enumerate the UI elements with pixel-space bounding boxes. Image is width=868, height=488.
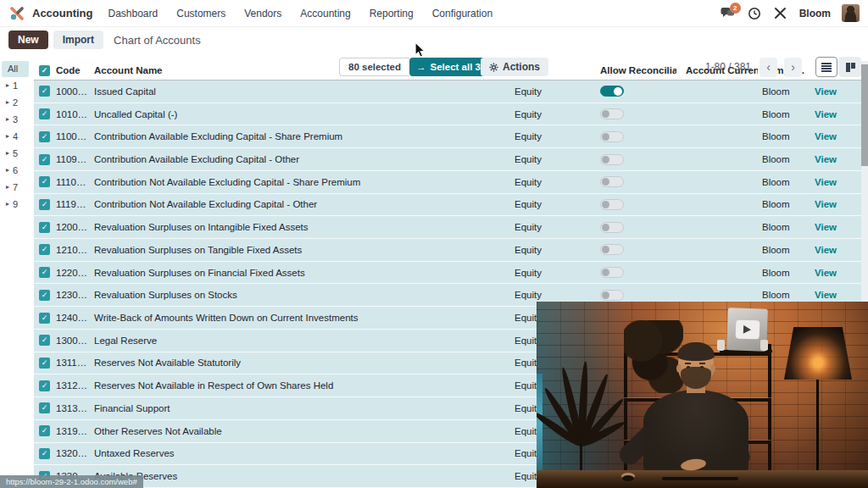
user-avatar[interactable] <box>842 4 860 22</box>
menu-item[interactable]: Vendors <box>244 8 281 19</box>
menu-item[interactable]: Accounting <box>300 8 350 19</box>
view-button[interactable]: View <box>809 154 846 164</box>
sidebar-group-item[interactable]: ▸ 7 <box>0 179 34 196</box>
reconcile-toggle[interactable] <box>600 222 624 233</box>
reconcile-toggle[interactable] <box>600 131 624 142</box>
reconcile-toggle[interactable] <box>600 176 624 187</box>
company-switcher[interactable]: Bloom <box>799 8 831 19</box>
reconcile-toggle[interactable] <box>600 199 624 210</box>
reconcile-toggle[interactable] <box>600 290 624 301</box>
menu-item[interactable]: Reporting <box>370 8 414 19</box>
view-button[interactable]: View <box>809 177 846 187</box>
kanban-view-button[interactable] <box>839 57 861 77</box>
row-checkbox[interactable]: ✓ <box>39 86 50 97</box>
table-row[interactable]: ✓ 1200… Revaluation Surpluses on Intangi… <box>34 216 861 239</box>
pager-next-button[interactable]: › <box>784 58 802 77</box>
check-icon: ✓ <box>42 246 48 253</box>
sidebar-group-item[interactable]: ▸ 9 <box>0 196 34 213</box>
row-checkbox[interactable]: ✓ <box>39 222 50 233</box>
sidebar-group-item[interactable]: ▸ 1 <box>0 77 34 94</box>
table-row[interactable]: ✓ 1119… Contribution Not Available Exclu… <box>34 194 861 217</box>
sidebar-group-label: 3 <box>13 111 18 128</box>
table-row[interactable]: ✓ 1210… Revaluation Surpluses on Tangibl… <box>34 239 861 262</box>
list-view-button[interactable] <box>815 57 837 77</box>
import-button[interactable]: Import <box>53 30 103 49</box>
view-button[interactable]: View <box>809 109 846 119</box>
select-all-checkbox[interactable]: ✓ <box>39 65 50 76</box>
table-row[interactable]: ✓ 1100… Contribution Available Excluding… <box>34 125 861 148</box>
table-row[interactable]: ✓ 1109… Contribution Available Excluding… <box>34 148 861 171</box>
row-account-name: Revaluation Surpluses on Financial Fixed… <box>89 268 508 278</box>
presenter-eyebrow <box>685 363 691 364</box>
presenter-head <box>678 344 714 387</box>
menu-item[interactable]: Customers <box>176 8 225 19</box>
reconcile-toggle[interactable] <box>600 108 624 119</box>
messages-icon[interactable]: 2 <box>721 6 736 21</box>
row-account-name: Contribution Available Excluding Capital… <box>89 154 508 164</box>
row-checkbox[interactable]: ✓ <box>39 425 50 436</box>
column-header-code[interactable]: Code <box>56 65 89 75</box>
controlbar-right: 1-80 / 381 ‹ › <box>705 57 861 77</box>
pager-previous-button[interactable]: ‹ <box>760 58 777 77</box>
row-checkbox[interactable]: ✓ <box>39 313 50 324</box>
row-company: Bloom <box>758 109 809 119</box>
app-name[interactable]: Accounting <box>32 7 93 19</box>
check-icon: ✓ <box>42 133 48 141</box>
check-icon: ✓ <box>42 291 48 299</box>
row-checkbox[interactable]: ✓ <box>39 358 50 369</box>
tools-icon[interactable] <box>773 6 788 21</box>
view-button[interactable]: View <box>809 245 846 255</box>
accounting-app-logo-icon[interactable] <box>8 5 25 22</box>
sidebar-group-item[interactable]: ▸ 5 <box>0 145 34 162</box>
view-button[interactable]: View <box>809 199 846 209</box>
menu-item[interactable]: Configuration <box>432 8 492 19</box>
row-type: Equity <box>508 245 593 255</box>
mouse-cursor <box>415 42 426 58</box>
view-button[interactable]: View <box>809 86 846 97</box>
actions-button[interactable]: Actions <box>481 58 548 76</box>
row-code: 1319… <box>56 426 89 436</box>
video-overlay[interactable] <box>537 302 868 488</box>
row-type: Equity <box>508 199 593 209</box>
new-button[interactable]: New <box>8 30 48 49</box>
check-icon: ✓ <box>42 359 48 367</box>
reconcile-toggle[interactable] <box>600 267 624 278</box>
row-checkbox[interactable]: ✓ <box>39 402 50 413</box>
row-checkbox[interactable]: ✓ <box>39 131 50 142</box>
row-checkbox[interactable]: ✓ <box>39 448 50 459</box>
view-button[interactable]: View <box>809 222 846 232</box>
scrollbar-thumb[interactable] <box>861 64 868 166</box>
activities-clock-icon[interactable] <box>747 6 762 21</box>
row-checkbox[interactable]: ✓ <box>39 335 50 346</box>
reconcile-toggle[interactable] <box>600 86 624 97</box>
sidebar-group-item[interactable]: ▸ 3 <box>0 111 34 128</box>
table-row[interactable]: ✓ 1220… Revaluation Surpluses on Financi… <box>34 262 861 285</box>
row-code: 1312… <box>56 380 89 391</box>
row-checkbox[interactable]: ✓ <box>39 108 50 119</box>
table-row[interactable]: ✓ 1010… Uncalled Capital (-) Equity Bloo… <box>34 103 861 126</box>
table-row[interactable]: ✓ 1110… Contribution Not Available Exclu… <box>34 171 861 194</box>
view-button[interactable]: View <box>809 290 846 300</box>
column-header-allow-reconciliation[interactable]: Allow Reconciliati… <box>593 65 676 75</box>
sidebar-group-item[interactable]: ▸ 6 <box>0 162 34 179</box>
row-checkbox[interactable]: ✓ <box>39 244 50 255</box>
reconcile-toggle[interactable] <box>600 154 624 165</box>
reconcile-toggle[interactable] <box>600 244 624 255</box>
table-row[interactable]: ✓ 1000… Issued Capital Equity Bloom View <box>34 80 861 103</box>
presenter-eyebrow <box>699 363 705 364</box>
caret-right-icon: ▸ <box>6 145 9 162</box>
sidebar-group-item[interactable]: ▸ 4 <box>0 128 34 145</box>
row-checkbox[interactable]: ✓ <box>39 290 50 301</box>
view-button[interactable]: View <box>809 268 846 278</box>
row-checkbox[interactable]: ✓ <box>39 267 50 278</box>
row-checkbox[interactable]: ✓ <box>39 176 50 187</box>
row-checkbox[interactable]: ✓ <box>39 199 50 210</box>
sidebar-item-all[interactable]: All <box>2 61 29 77</box>
row-checkbox[interactable]: ✓ <box>39 380 50 391</box>
sidebar-group-item[interactable]: ▸ 2 <box>0 94 34 111</box>
check-icon: ✓ <box>42 224 48 231</box>
menu-item[interactable]: Dashboard <box>108 8 159 19</box>
view-button[interactable]: View <box>809 131 846 141</box>
white-vase <box>760 340 768 351</box>
row-checkbox[interactable]: ✓ <box>39 154 50 165</box>
